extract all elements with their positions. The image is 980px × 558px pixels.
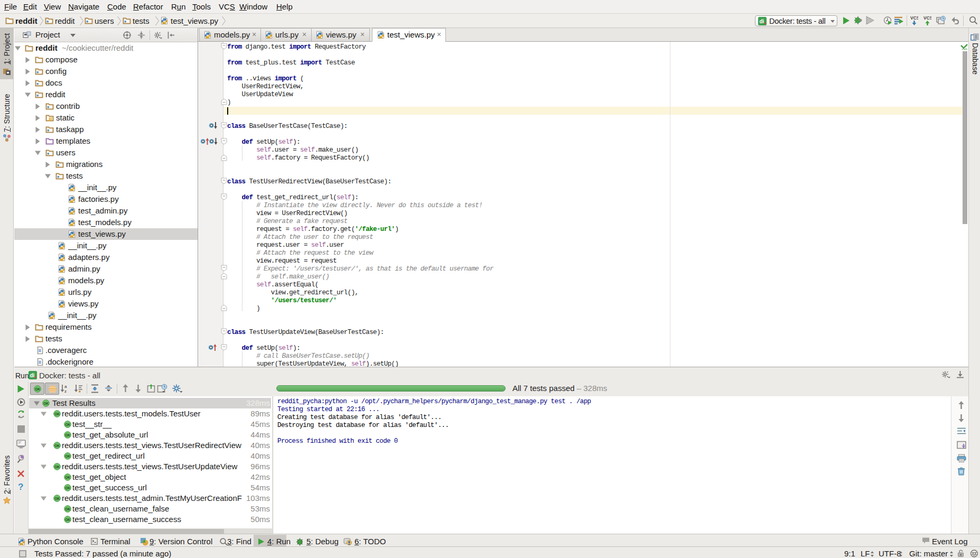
- svg-text:di: di: [760, 18, 764, 24]
- svg-text:z: z: [64, 389, 67, 393]
- svg-text:a: a: [64, 384, 67, 389]
- svg-text:VCS: VCS: [923, 15, 931, 21]
- svg-text:di: di: [30, 373, 35, 378]
- svg-text:VCS: VCS: [910, 15, 918, 21]
